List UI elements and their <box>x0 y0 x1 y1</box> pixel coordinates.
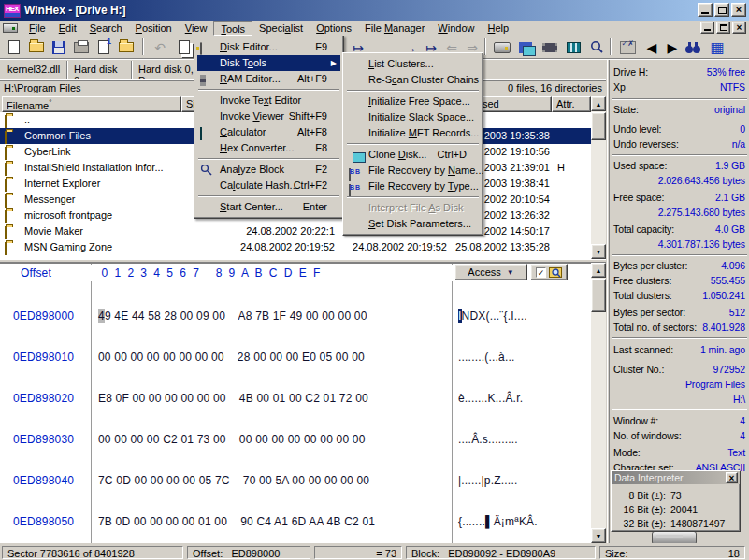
filter-preview-button[interactable]: ✓ <box>530 264 568 280</box>
submenu-arrow-icon: ▶ <box>331 55 337 71</box>
menu-specialist[interactable]: Specialist <box>252 21 310 36</box>
calculator-icon[interactable] <box>563 37 583 57</box>
window-title: WinHex - [Drive H:] <box>24 4 126 17</box>
menu-item-file-recovery-by-type[interactable]: File Recovery by Type... <box>346 179 480 194</box>
interpreter-32bit: 32 Bit (±):1480871497 <box>612 516 740 530</box>
menu-item-set-disk-parameters[interactable]: Set Disk Parameters... <box>346 216 480 232</box>
chevron-down-icon: ▼ <box>507 268 514 277</box>
info-total-bytes: 4.301.787.136 bytes <box>613 238 745 251</box>
menu-item-ram-editor[interactable]: RAM Editor...Alt+F9 <box>197 71 340 87</box>
mdi-minimize-button[interactable] <box>700 22 714 34</box>
hex-row[interactable]: 0ED898020E8 0F 00 00 00 00 00 00 4B 00 0… <box>0 391 591 406</box>
toolbar-separator <box>142 38 144 55</box>
menu-item-invoke-viewer[interactable]: Invoke ViewerShift+F9 <box>197 108 340 124</box>
menu-item-invoke-text-editor[interactable]: Invoke Text Editor <box>197 93 340 108</box>
close-icon[interactable]: × <box>726 472 738 483</box>
file-list-scrollbar[interactable]: ▲ ▼ <box>591 96 606 259</box>
column-attr[interactable]: Attr. <box>552 96 591 112</box>
menu-item-start-center[interactable]: Start Center...Enter <box>197 199 340 215</box>
save-icon[interactable] <box>49 37 69 57</box>
hex-row[interactable]: 0ED89800049 4E 44 58 28 00 09 00 A8 7B 1… <box>0 309 591 323</box>
data-interpreter-window[interactable]: Data Interpreter × 8 Bit (±):73 16 Bit (… <box>611 470 741 532</box>
scroll-up-icon[interactable]: ▲ <box>591 263 606 278</box>
menu-help[interactable]: Help <box>481 21 515 36</box>
verify-icon[interactable] <box>617 37 638 57</box>
new-file-icon[interactable] <box>4 37 24 57</box>
menu-item-clone-disk[interactable]: Clone Disk...Ctrl+D <box>346 147 480 163</box>
search-magnifier-icon[interactable] <box>586 37 607 57</box>
next-icon[interactable]: ▶ <box>662 37 683 57</box>
menu-item-calculate-hash[interactable]: Calculate Hash...Ctrl+F2 <box>197 178 340 194</box>
grid-view-icon[interactable]: ▦ <box>707 37 727 57</box>
menu-item-initialize-slack-space[interactable]: Initialize Slack Space... <box>346 109 480 125</box>
previous-icon[interactable]: ◀ <box>641 37 662 57</box>
info-total-clusters: Total clusters:1.050.241 <box>613 290 745 303</box>
scrollbar-thumb[interactable] <box>591 279 606 312</box>
info-free-space: Free space:2.1 GB <box>613 192 745 205</box>
scroll-up-icon[interactable]: ▲ <box>591 96 606 111</box>
menu-item-hex-converter[interactable]: Hex Converter...F8 <box>197 140 340 156</box>
mdi-restore-button[interactable] <box>716 22 730 34</box>
menu-item-analyze-block[interactable]: Analyze BlockF2 <box>197 162 340 178</box>
access-dropdown[interactable]: Access ▼ <box>454 264 527 280</box>
info-bytes-per-cluster: Bytes per cluster:4.096 <box>613 260 745 273</box>
toolbar-separator <box>610 38 612 55</box>
menu-options[interactable]: Options <box>310 21 358 36</box>
scroll-down-icon[interactable]: ▼ <box>591 244 606 259</box>
list-item-movie-maker[interactable]: Movie Maker 24.08.2002 20:22:1 2002 14:5… <box>0 223 591 239</box>
title-bar: HEX WinHex - [Drive H:] × <box>0 0 749 21</box>
hex-scrollbar[interactable]: ▲ ▼ <box>591 263 606 543</box>
menu-item-initialize-mft-records[interactable]: Initialize MFT Records... <box>346 125 480 141</box>
hex-row[interactable]: 0ED89803000 00 00 00 C2 01 73 00 00 00 0… <box>0 432 591 447</box>
list-item-msn-gaming-zone[interactable]: MSN Gaming Zone 24.08.2002 20:19:52 24.0… <box>0 239 591 255</box>
info-filesystem: XpNTFS <box>613 81 745 94</box>
print-icon[interactable] <box>71 37 92 57</box>
menu-item-calculator[interactable]: CalculatorAlt+F8 <box>197 124 340 140</box>
tab-hard-disk-0[interactable]: Hard disk 0 <box>68 61 132 79</box>
menu-item-disk-editor[interactable]: Disk Editor...F9 <box>197 39 340 55</box>
disk-editor-icon[interactable] <box>492 37 512 57</box>
scroll-down-icon[interactable]: ▼ <box>591 528 606 543</box>
status-block: Block: ED898092 - ED8980A9 <box>406 546 596 559</box>
info-free-bytes: 2.275.143.680 bytes <box>613 207 745 220</box>
menu-tools[interactable]: Tools <box>213 21 252 36</box>
tab-kernel32[interactable]: kernel32.dll <box>2 61 67 79</box>
folder-browse-icon[interactable] <box>116 37 137 57</box>
menu-item-file-recovery-by-name[interactable]: File Recovery by Name... <box>346 163 480 179</box>
column-filename[interactable]: Filename° <box>2 96 181 112</box>
menu-file[interactable]: File <box>22 21 52 36</box>
open-folder-icon[interactable] <box>26 37 47 57</box>
hex-row[interactable]: 0ED8980407C 0D 00 00 00 00 05 7C 70 00 5… <box>0 473 591 488</box>
minimize-button[interactable] <box>698 3 713 17</box>
folder-icon <box>5 227 7 238</box>
menu-window[interactable]: Window <box>431 21 481 36</box>
menu-edit[interactable]: Edit <box>52 21 83 36</box>
menu-item-disk-tools[interactable]: Disk Tools▶ <box>197 55 340 71</box>
hex-row[interactable]: 0ED8980507B 0D 00 00 00 00 01 00 90 C4 A… <box>0 514 591 529</box>
menu-item-rescan-cluster-chains[interactable]: Re-Scan Cluster Chains <box>346 72 480 88</box>
menu-position[interactable]: Position <box>129 21 179 36</box>
disk-tools-submenu: List Clusters... Re-Scan Cluster Chains … <box>342 52 483 236</box>
menu-file-manager[interactable]: File Manager <box>358 21 431 36</box>
mdi-close-button[interactable]: × <box>732 22 746 34</box>
winhex-logo-icon: HEX <box>4 4 21 18</box>
copy-icon[interactable] <box>174 37 194 57</box>
ram-editor-icon[interactable] <box>540 37 560 57</box>
menu-item-initialize-free-space[interactable]: Initialize Free Space... <box>346 93 480 109</box>
hex-row[interactable]: 0ED89801000 00 00 00 00 00 00 00 28 00 0… <box>0 350 591 365</box>
data-interpreter-titlebar[interactable]: Data Interpreter × <box>612 471 740 484</box>
drive-window-icon[interactable] <box>3 23 18 33</box>
menu-search[interactable]: Search <box>83 21 129 36</box>
scrollbar-thumb[interactable] <box>591 112 606 140</box>
winhex-window: { "window": {"title": "WinHex - [Drive H… <box>0 0 749 560</box>
properties-icon[interactable] <box>94 37 114 57</box>
menu-view[interactable]: View <box>179 21 214 36</box>
status-offset: Offset: ED898000 <box>187 546 310 559</box>
restore-button[interactable] <box>714 3 729 17</box>
info-free-clusters: Free clusters:555.455 <box>613 275 745 288</box>
checkbox-icon[interactable]: ✓ <box>536 267 546 278</box>
menu-item-list-clusters[interactable]: List Clusters... <box>346 56 480 72</box>
close-button[interactable]: × <box>731 3 746 17</box>
find-binoculars-icon[interactable] <box>683 37 703 57</box>
clone-disk-icon[interactable] <box>515 37 536 57</box>
